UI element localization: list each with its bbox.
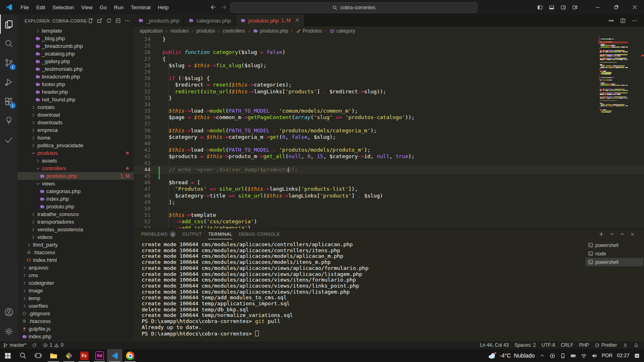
tree-item-controllers[interactable]: controllers [18,165,134,172]
code-line-47[interactable]: 47 'Produtos' => site_url($this->langLin… [134,186,644,192]
split-editor-icon[interactable] [620,18,626,24]
line-number[interactable]: 36 [134,114,156,121]
status-cursor-position[interactable]: Ln 44, Col 43 [477,342,512,348]
toggle-sidebar-icon[interactable] [537,4,543,10]
code-line-44[interactable]: 44 // echo '<pre>';die(var_dump($product… [134,167,644,173]
tree-item-image[interactable]: image [18,287,134,294]
code-line-45[interactable]: 45 [134,173,644,179]
tree-item-userfiles[interactable]: userfiles [18,302,134,310]
tree-item-views[interactable]: views [18,180,134,187]
tree-item-_breadcrumb.php[interactable]: _breadcrumb.php [18,42,134,50]
code-line-40[interactable]: 40 [134,140,644,147]
line-number[interactable]: 30 [134,75,156,82]
status-problems[interactable]: 1 0 [40,341,66,349]
menu-selection[interactable]: Selection [49,4,77,10]
code-line-53[interactable]: 53 ->add_js('js/categoria') [134,225,644,228]
battery-icon[interactable] [570,353,576,359]
code-line-46[interactable]: 46 $bread = [ [134,179,644,186]
tree-item-politica_privacidade[interactable]: politica_privacidade [18,142,134,149]
code-line-31[interactable]: 31 $redirect = reset($this->categories); [134,82,644,88]
adobe-xd[interactable]: Xd [92,349,107,362]
status-sync[interactable] [29,341,40,349]
tree-item-downloads[interactable]: downloads [18,119,134,126]
line-number[interactable]: 37 [134,121,156,127]
line-number[interactable]: 47 [134,186,156,192]
code-line-32[interactable]: 32 redirect(site_url($this->langLinks['p… [134,88,644,95]
new-terminal-icon[interactable] [599,231,604,237]
tree-item-gulpfile.js[interactable]: gulpfile.js [18,325,134,333]
status-language-mode[interactable]: PHP [576,342,592,348]
status-branch[interactable]: master* [0,341,29,349]
code-line-24[interactable]: 24 } [134,36,644,43]
line-number[interactable]: 29 [134,69,156,75]
line-number[interactable]: 43 [134,160,156,167]
code-line-52[interactable]: 52 ->add_css('css/categoria') [134,218,644,225]
tree-item-.htaccess[interactable]: .htaccess [18,317,134,325]
line-number[interactable]: 53 [134,225,156,228]
line-number[interactable]: 40 [134,140,156,147]
chrome[interactable] [122,349,138,362]
terminal-picker-icon[interactable] [609,231,615,237]
collapse-icon[interactable] [115,18,121,24]
code-line-26[interactable]: 26 public function category($slug = fals… [134,49,644,56]
code-line-34[interactable]: 34 [134,101,644,108]
line-number[interactable]: 52 [134,218,156,225]
task-view[interactable] [31,349,46,362]
status-prettier[interactable]: Prettier [592,342,620,348]
maximize-panel-icon[interactable] [619,231,625,237]
tab-produtos.php[interactable]: produtos.php 1, M [236,14,305,27]
activity-search[interactable] [0,34,18,53]
tree-item-home[interactable]: home [18,134,134,142]
line-number[interactable]: 34 [134,101,156,108]
toggle-panel-icon[interactable] [549,4,555,10]
weather-widget[interactable]: -4°C Nublado [488,351,535,360]
status-notifications[interactable] [631,343,642,348]
code-line-30[interactable]: 30 if (!$slug) { [134,75,644,82]
tree-item-cms[interactable]: cms [18,272,134,279]
tree-item-arquivos[interactable]: arquivos [18,264,134,272]
activity-check[interactable] [0,130,18,150]
menu-edit[interactable]: Edit [33,4,49,10]
code-line-25[interactable]: 25 [134,43,644,49]
line-number[interactable]: 38 [134,128,156,134]
tree-item-index.html[interactable]: index.html [18,256,134,264]
status-feedback[interactable] [620,343,631,348]
line-number[interactable]: 31 [134,82,156,88]
new-folder-icon[interactable] [97,18,103,24]
customize-layout-icon[interactable] [572,4,578,10]
code-line-39[interactable]: 39 $category = $this->categoria_m->get(0… [134,134,644,140]
code-line-36[interactable]: 36 $page = $this->common_m->getPageConte… [134,114,644,121]
maximize-button[interactable] [607,0,625,14]
terminal-instance-powershell[interactable]: powershell [586,241,643,249]
tree-item-_gallery.php[interactable]: _gallery.php [18,58,134,65]
line-number[interactable]: 32 [134,88,156,95]
line-number[interactable]: 49 [134,199,156,206]
menu-help[interactable]: Help [154,4,172,10]
more-actions-icon[interactable] [632,18,638,24]
back-arrow-icon[interactable] [210,4,217,10]
refresh-icon[interactable] [106,18,112,24]
activity-explorer[interactable] [0,14,18,34]
tree-item-footer.php[interactable]: footer.php [18,80,134,88]
tree-item-temp[interactable]: temp [18,294,134,302]
line-number[interactable]: 33 [134,95,156,101]
app-diamond[interactable] [61,349,76,362]
record-icon[interactable] [549,353,555,359]
forward-arrow-icon[interactable] [221,4,227,10]
taskbar-search[interactable] [15,349,31,362]
code-line-35[interactable]: 35 $this->load->model(PATH_TO_MODEL . 'c… [134,108,644,114]
terminal-instance-powershell[interactable]: powershell [586,258,643,266]
line-number[interactable]: 39 [134,134,156,140]
tree-item-index.php[interactable]: index.php [18,333,134,340]
close-button[interactable] [625,0,644,14]
close-panel-icon[interactable] [630,231,635,237]
terminal-instance-node[interactable]: node [586,249,643,258]
tree-item-categorias.php[interactable]: categorias.php [18,187,134,195]
code-line-33[interactable]: 33 } [134,95,644,101]
open-changes-icon[interactable] [608,18,614,24]
tree-item-template[interactable]: template [18,27,134,35]
tab-_products.php[interactable]: _products.php [134,14,184,27]
line-number[interactable]: 26 [134,49,156,56]
activity-extensions[interactable]: 1 [0,92,18,111]
wifi-icon[interactable] [581,353,587,359]
